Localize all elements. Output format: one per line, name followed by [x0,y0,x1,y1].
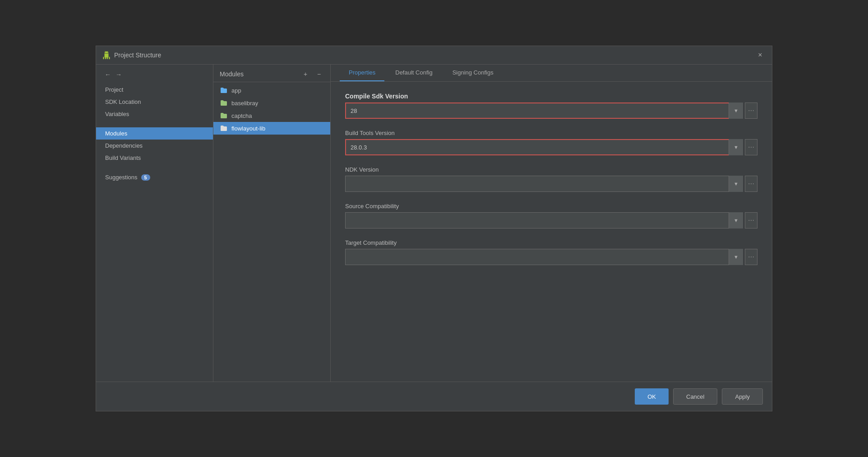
target-compatibility-wrapper: ▼ [345,249,743,265]
module-item-app[interactable]: app [213,84,330,97]
source-compatibility-group: Source Compatibility ▼ ⋯ [345,203,757,228]
module-item-baselibray[interactable]: baselibray [213,97,330,109]
module-label-captcha: captcha [231,112,252,119]
content-area: Compile Sdk Version ▼ ⋯ Build Tools Vers… [331,82,772,382]
sidebar-item-project[interactable]: Project [96,84,213,96]
dialog-content: ← → Project SDK Location Variables Modul… [96,65,772,382]
target-compatibility-group: Target Compatibility ▼ ⋯ [345,239,757,265]
modules-actions: + − [300,69,324,79]
compile-sdk-version-label: Compile Sdk Version [345,93,757,100]
module-list: app baselibray cap [213,82,330,382]
remove-module-button[interactable]: − [314,69,324,79]
tab-default-config[interactable]: Default Config [386,65,441,81]
title-bar: Project Structure × [96,46,772,65]
module-label-flowlayout-lib: flowlayout-lib [231,125,265,132]
module-icon-captcha [220,112,228,120]
tab-signing-configs[interactable]: Signing Configs [443,65,503,81]
compile-sdk-version-group: Compile Sdk Version ▼ ⋯ [345,93,757,119]
ndk-version-input[interactable] [345,176,743,192]
dialog-title: Project Structure [114,51,755,59]
android-icon [102,51,111,59]
build-tools-version-side-btn[interactable]: ⋯ [745,139,757,155]
source-compatibility-row: ▼ ⋯ [345,212,757,228]
sidebar-item-modules[interactable]: Modules [96,127,213,140]
source-compatibility-label: Source Compatibility [345,203,757,210]
compile-sdk-version-row: ▼ ⋯ [345,103,757,119]
add-module-button[interactable]: + [300,69,310,79]
build-tools-version-input[interactable] [345,139,743,155]
build-tools-version-label: Build Tools Version [345,130,757,136]
ndk-version-row: ▼ ⋯ [345,176,757,192]
nav-header: ← → [96,68,213,81]
cancel-button[interactable]: Cancel [673,388,717,405]
target-compatibility-label: Target Compatibility [345,239,757,246]
ndk-version-label: NDK Version [345,166,757,173]
ok-button[interactable]: OK [635,388,669,405]
compile-sdk-version-input[interactable] [345,103,743,119]
target-compatibility-input[interactable] [345,249,743,265]
sidebar-item-sdk-location[interactable]: SDK Location [96,96,213,108]
sidebar-item-suggestions[interactable]: Suggestions 5 [96,171,213,183]
back-button[interactable]: ← [103,70,112,79]
ndk-version-group: NDK Version ▼ ⋯ [345,166,757,192]
sidebar-item-variables[interactable]: Variables [96,108,213,120]
close-button[interactable]: × [755,50,766,61]
content-panel: Properties Default Config Signing Config… [331,65,772,382]
sidebar-item-build-variants[interactable]: Build Variants [96,152,213,164]
build-tools-version-wrapper: ▼ [345,139,743,155]
forward-button[interactable]: → [114,70,123,79]
apply-button[interactable]: Apply [722,388,763,405]
tab-properties[interactable]: Properties [340,65,384,81]
module-icon-app [220,86,228,94]
module-label-baselibray: baselibray [231,100,258,107]
source-compatibility-wrapper: ▼ [345,212,743,228]
build-tools-version-dropdown[interactable]: ▼ [729,139,743,155]
sidebar: ← → Project SDK Location Variables Modul… [96,65,213,382]
action-bar: OK Cancel Apply [96,382,772,411]
build-tools-version-row: ▼ ⋯ [345,139,757,155]
source-compatibility-input[interactable] [345,212,743,228]
module-icon-baselibray [220,99,228,107]
source-compatibility-side-btn[interactable]: ⋯ [745,212,757,228]
ndk-version-dropdown[interactable]: ▼ [729,176,743,192]
tabs-bar: Properties Default Config Signing Config… [331,65,772,82]
modules-title: Modules [220,70,244,78]
compile-sdk-version-dropdown[interactable]: ▼ [729,103,743,119]
modules-header: Modules + − [213,65,330,82]
suggestions-badge: 5 [141,174,150,181]
module-item-captcha[interactable]: captcha [213,109,330,122]
compile-sdk-version-side-btn[interactable]: ⋯ [745,103,757,119]
module-label-app: app [231,87,241,94]
target-compatibility-side-btn[interactable]: ⋯ [745,249,757,265]
source-compatibility-dropdown[interactable]: ▼ [729,212,743,228]
compile-sdk-version-wrapper: ▼ [345,103,743,119]
ndk-version-side-btn[interactable]: ⋯ [745,176,757,192]
ndk-version-wrapper: ▼ [345,176,743,192]
module-icon-flowlayout-lib [220,124,228,132]
sidebar-item-dependencies[interactable]: Dependencies [96,140,213,152]
build-tools-version-group: Build Tools Version ▼ ⋯ [345,130,757,155]
suggestions-label: Suggestions [105,174,138,181]
modules-panel: Modules + − app [213,65,331,382]
project-structure-dialog: Project Structure × ← → Project SDK Loca… [96,46,772,411]
module-item-flowlayout-lib[interactable]: flowlayout-lib [213,122,330,135]
target-compatibility-dropdown[interactable]: ▼ [729,249,743,265]
target-compatibility-row: ▼ ⋯ [345,249,757,265]
